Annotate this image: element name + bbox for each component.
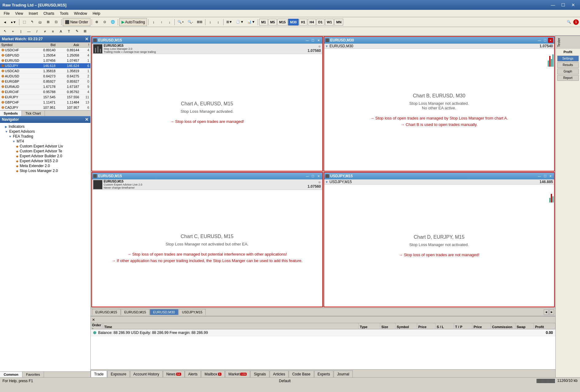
toolbar-btn-k[interactable]: 📊▼ — [246, 18, 256, 26]
bottom-close-btn[interactable]: ✕ — [92, 318, 95, 322]
market-row-cadjpy[interactable]: ⊕CADJPY 107.951 107.957 6 — [0, 105, 90, 110]
tester-tab-settings[interactable]: Settings — [557, 56, 579, 61]
tf-mn[interactable]: MN — [334, 19, 343, 25]
toolbar-zoom-out2[interactable]: 🔍- — [186, 18, 195, 26]
line-btn[interactable]: | — [17, 27, 25, 35]
menu-view[interactable]: View — [13, 11, 26, 16]
market-row-eurusd[interactable]: ⊕EURUSD 1.07456 1.07457 1 — [0, 58, 90, 63]
toolbar-zoom-in-btn[interactable]: ↰ — [29, 18, 36, 26]
bottom-tab-account-history[interactable]: Account History — [130, 370, 163, 377]
bottom-tab-signals[interactable]: Signals — [250, 370, 269, 377]
toolbar-btn-j[interactable]: 🕒▼ — [234, 18, 245, 26]
tf-h1[interactable]: H1 — [299, 19, 307, 25]
menu-tools[interactable]: Tools — [58, 11, 71, 16]
period-sep-btn[interactable]: ⊞ — [81, 27, 89, 35]
toolbar-btn-c[interactable]: 🌐 — [109, 18, 117, 26]
arrow-btn[interactable]: ✎ — [73, 27, 81, 35]
toolbar-zoom-in2[interactable]: 🔍+ — [176, 18, 185, 26]
toolbar-chart-shift-btn[interactable]: ⊡ — [53, 18, 60, 26]
chart-tab-prev[interactable]: ◄ — [544, 309, 549, 315]
nav-item-3[interactable]: ▼MT4 — [0, 139, 90, 144]
bottom-tab-experts[interactable]: Experts — [314, 370, 334, 377]
hline-btn[interactable]: — — [25, 27, 33, 35]
nav-item-0[interactable]: ▶Indicators — [0, 124, 90, 129]
toolbar-btn-b[interactable]: ⊙ — [101, 18, 109, 26]
toolbar-new-chart-btn[interactable]: ⬚ — [21, 18, 28, 26]
chart-tab-1[interactable]: EURUSD,M15 — [121, 309, 149, 315]
menu-help[interactable]: Help — [90, 11, 103, 16]
tab-symbols[interactable]: Symbols — [0, 111, 22, 116]
chart-d-close[interactable]: ✕ — [548, 174, 553, 178]
toolbar-btn-h[interactable]: ↕ — [215, 18, 222, 26]
chart-d-maximize[interactable]: ☐ — [542, 174, 547, 178]
tf-d1[interactable]: D1 — [316, 19, 324, 25]
market-row-gbpusd[interactable]: ⊕GBPUSD 1.25054 1.25058 4 — [0, 53, 90, 58]
toolbar-chart-type[interactable]: ⊞⊞ — [195, 18, 204, 26]
market-row-euraud[interactable]: ⊕EURAUD 1.67178 1.67187 9 — [0, 84, 90, 89]
toolbar-forward-btn[interactable]: ●▼ — [9, 18, 18, 26]
bottom-tab-articles[interactable]: Articles — [270, 370, 288, 377]
chart-tab-3[interactable]: USDJPY,M15 — [179, 309, 206, 315]
fibo-btn[interactable]: ≡ — [49, 27, 57, 35]
market-row-gbpchf[interactable]: ⊕GBPCHF 1.11471 1.11484 13 — [0, 100, 90, 105]
bottom-tab-code-base[interactable]: Code Base — [289, 370, 314, 377]
trendline-btn[interactable]: / — [33, 27, 41, 35]
menu-window[interactable]: Window — [72, 11, 90, 16]
tf-h4[interactable]: H4 — [308, 19, 316, 25]
nav-item-8[interactable]: ◆Meta Extender 2.0 — [0, 163, 90, 168]
restore-button[interactable]: ☐ — [559, 2, 568, 8]
tf-w1[interactable]: W1 — [325, 19, 334, 25]
toolbar-period-sep-btn[interactable]: ⊞ — [45, 18, 52, 26]
market-row-usdjpy[interactable]: ⊕USDJPY 146.618 146.624 6 — [0, 63, 90, 69]
market-row-eurgbp[interactable]: ⊕EURGBP 0.85927 0.85927 0 — [0, 79, 90, 84]
toolbar-btn-e[interactable]: ↑ — [158, 18, 165, 26]
market-row-eurjpy[interactable]: ⊕EURJPY 157.545 157.556 11 — [0, 95, 90, 100]
tester-tab-report[interactable]: Report — [557, 75, 579, 81]
menu-file[interactable]: File — [1, 11, 12, 16]
chart-a-minimize[interactable]: — — [305, 38, 310, 43]
bottom-tab-market[interactable]: Market139 — [225, 370, 250, 377]
menu-charts[interactable]: Charts — [41, 11, 57, 16]
new-order-btn[interactable]: ⬛ New Order — [63, 18, 90, 26]
toolbar-btn-f[interactable]: ↓ — [166, 18, 173, 26]
toolbar-profile-btn[interactable]: 🗂 — [37, 18, 44, 26]
bottom-tab-journal[interactable]: Journal — [334, 370, 352, 377]
text-btn[interactable]: A — [57, 27, 65, 35]
minimize-button[interactable]: — — [548, 2, 558, 8]
bottom-tab-alerts[interactable]: Alerts — [185, 370, 201, 377]
nav-item-4[interactable]: ◆Custom Expert Advisor Liv — [0, 144, 90, 149]
autotrading-btn[interactable]: ▶ AutoTrading — [119, 18, 147, 26]
bottom-tab-mailbox[interactable]: Mailbox6 — [201, 370, 224, 377]
nav-item-7[interactable]: ◆Expert Advisor M15 2.0 — [0, 159, 90, 163]
tf-m30[interactable]: M30 — [288, 19, 298, 25]
navigator-close-btn[interactable]: ✕ — [85, 117, 89, 122]
tf-m1[interactable]: M1 — [259, 19, 268, 25]
tf-m5[interactable]: M5 — [268, 19, 277, 25]
tester-tab-graph[interactable]: Graph — [557, 69, 579, 74]
toolbar-btn-i[interactable]: ⊞▼ — [225, 18, 234, 26]
toolbar-btn-g[interactable]: ↕ — [207, 18, 214, 26]
market-row-usdchf[interactable]: ⊕USDCHF 0.89140 0.89144 4 — [0, 48, 90, 53]
nav-item-5[interactable]: ◆Custom Expert Advisor Te — [0, 149, 90, 154]
channel-btn[interactable]: ≠ — [41, 27, 49, 35]
nav-item-6[interactable]: ◆Expert Advisor Builder 2.0 — [0, 154, 90, 159]
cursor-btn[interactable]: ↖ — [1, 27, 9, 35]
toolbar-btn-d[interactable]: ↕ — [150, 18, 157, 26]
nav-item-1[interactable]: ▼Expert Advisors — [0, 129, 90, 134]
chart-a-close[interactable]: ✕ — [316, 38, 321, 43]
toolbar-search-btn[interactable]: 🔍 — [565, 18, 573, 26]
nav-item-9[interactable]: ◆Stop Loss Manager 2.0 — [0, 168, 90, 173]
chart-c-close[interactable]: ✕ — [316, 174, 321, 178]
toolbar-btn-a[interactable]: ⊕ — [93, 18, 101, 26]
chart-b-close[interactable]: ✕ — [548, 38, 553, 43]
chart-c-minimize[interactable]: — — [305, 174, 310, 178]
chart-tab-next[interactable]: ► — [549, 309, 554, 315]
orders-scroll-area[interactable] — [91, 336, 555, 369]
chart-c-maximize[interactable]: ☐ — [311, 174, 316, 178]
chart-b-maximize[interactable]: ☐ — [542, 38, 547, 43]
market-row-audusd[interactable]: ⊕AUDUSD 0.64273 0.64275 2 — [0, 74, 90, 79]
market-row-eurchf[interactable]: ⊕EURCHF 0.95788 0.95792 4 — [0, 89, 90, 95]
chart-tab-2[interactable]: EURUSD,M30 — [150, 309, 178, 315]
label-btn[interactable]: T — [65, 27, 73, 35]
menu-insert[interactable]: Insert — [26, 11, 40, 16]
